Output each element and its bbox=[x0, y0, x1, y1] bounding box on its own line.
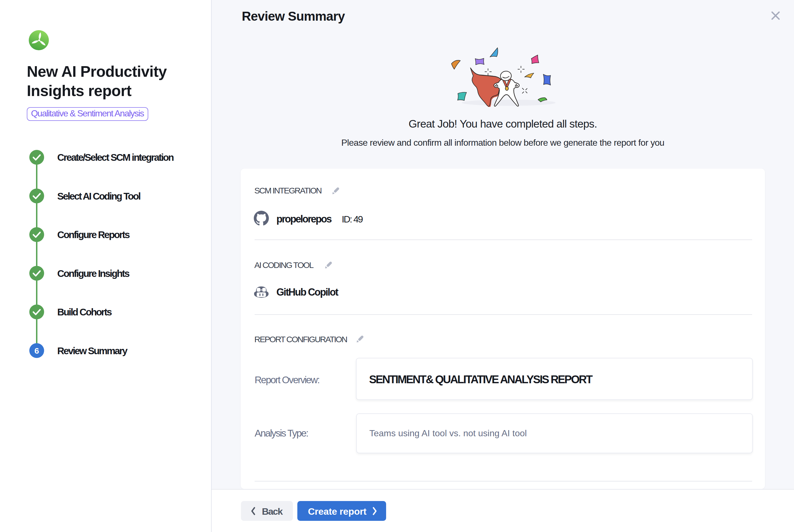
svg-text:6: 6 bbox=[34, 346, 39, 355]
